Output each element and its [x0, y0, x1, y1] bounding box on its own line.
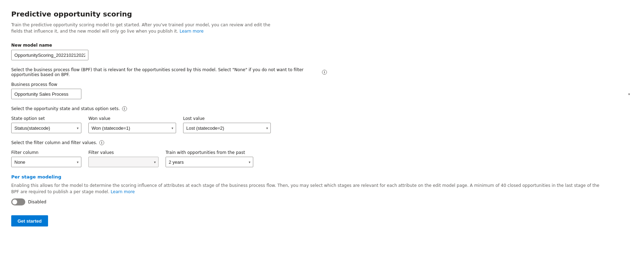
per-stage-toggle[interactable] [11, 198, 25, 205]
toggle-track [11, 198, 25, 205]
filter-column-select[interactable]: None [11, 157, 81, 167]
filter-section-text: Select the filter column and filter valu… [11, 140, 97, 145]
state-row-group: State option set Status(statecode) ▾ Won… [11, 116, 633, 133]
bpf-chevron-icon: ▾ [628, 92, 630, 96]
train-select[interactable]: 1 year 2 years 3 years 4 years 5 years [166, 157, 253, 167]
per-stage-learn-more-link[interactable]: Learn more [111, 189, 135, 194]
filter-values-label: Filter values [88, 150, 159, 155]
state-dropdown-wrapper: Status(statecode) ▾ [11, 123, 81, 133]
per-stage-desc-text: Enabling this allows for the model to de… [11, 183, 599, 194]
model-name-section: New model name [11, 43, 633, 60]
lost-value-group: Lost value Lost (statecode=2) ▾ [183, 116, 271, 133]
filter-values-select[interactable] [88, 157, 159, 167]
bpf-instruction-text: Select the business process flow (BPF) t… [11, 67, 320, 77]
per-stage-description: Enabling this allows for the model to de… [11, 182, 608, 195]
filter-col-dropdown-wrapper: None ▾ [11, 157, 81, 167]
bpf-info-icon[interactable]: ℹ [322, 70, 327, 75]
won-select[interactable]: Won (statecode=1) [88, 123, 176, 133]
bpf-select[interactable]: Opportunity Sales Process [11, 89, 81, 99]
description-content: Train the predictive opportunity scoring… [11, 22, 270, 34]
per-stage-title: Per stage modeling [11, 174, 633, 180]
filter-info-icon[interactable]: ℹ [99, 140, 104, 145]
filter-row-group: Filter column None ▾ Filter values ▾ Tra… [11, 150, 633, 167]
lost-dropdown-wrapper: Lost (statecode=2) ▾ [183, 123, 271, 133]
filter-column-group: Filter column None ▾ [11, 150, 81, 167]
state-info-icon[interactable]: ℹ [122, 106, 127, 111]
description-text: Train the predictive opportunity scoring… [11, 22, 278, 34]
filter-values-group: Filter values ▾ [88, 150, 159, 167]
model-name-input[interactable] [11, 50, 88, 60]
lost-select[interactable]: Lost (statecode=2) [183, 123, 271, 133]
bpf-dropdown-wrapper: Opportunity Sales Process ▾ [11, 89, 633, 99]
filter-val-dropdown-wrapper: ▾ [88, 157, 159, 167]
page-title: Predictive opportunity scoring [11, 10, 633, 18]
train-past-label: Train with opportunities from the past [166, 150, 253, 155]
filter-column-label: Filter column [11, 150, 81, 155]
train-past-group: Train with opportunities from the past 1… [166, 150, 253, 167]
get-started-button[interactable]: Get started [11, 215, 48, 226]
page-container: Predictive opportunity scoring Train the… [0, 0, 644, 238]
lost-value-label: Lost value [183, 116, 271, 121]
won-value-label: Won value [88, 116, 176, 121]
state-option-set-label: State option set [11, 116, 81, 121]
model-name-label: New model name [11, 43, 633, 48]
won-value-group: Won value Won (statecode=1) ▾ [88, 116, 176, 133]
toggle-label: Disabled [28, 199, 46, 204]
state-select[interactable]: Status(statecode) [11, 123, 81, 133]
filter-section-label: Select the filter column and filter valu… [11, 140, 633, 145]
state-option-set-group: State option set Status(statecode) ▾ [11, 116, 81, 133]
bpf-field-group: Business process flow Opportunity Sales … [11, 82, 633, 99]
state-section-text: Select the opportunity state and status … [11, 106, 120, 111]
state-section-label: Select the opportunity state and status … [11, 106, 633, 111]
toggle-row: Disabled [11, 198, 633, 205]
train-dropdown-wrapper: 1 year 2 years 3 years 4 years 5 years ▾ [166, 157, 253, 167]
bpf-instruction: Select the business process flow (BPF) t… [11, 67, 327, 77]
per-stage-section: Per stage modeling Enabling this allows … [11, 174, 633, 205]
won-dropdown-wrapper: Won (statecode=1) ▾ [88, 123, 176, 133]
learn-more-link[interactable]: Learn more [180, 29, 203, 34]
bpf-label: Business process flow [11, 82, 633, 87]
